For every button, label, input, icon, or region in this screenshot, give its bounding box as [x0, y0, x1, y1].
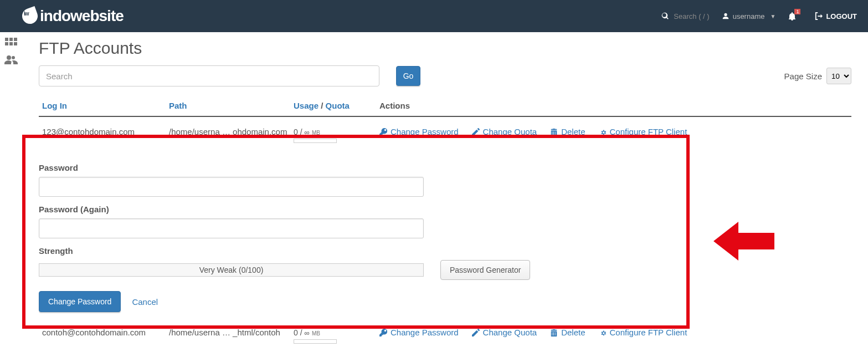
logout-icon [815, 12, 823, 20]
left-sidebar [0, 32, 22, 70]
search-input[interactable] [39, 65, 379, 86]
cell-usage: 0 / ∞ MB [294, 127, 379, 143]
logo-mark-icon [20, 6, 40, 26]
change-password-button[interactable]: Change Password [39, 291, 121, 312]
cell-login: contoh@contohdomain.com [39, 328, 169, 337]
col-quota[interactable]: Quota [326, 101, 350, 110]
col-actions: Actions [379, 101, 851, 110]
search-icon [661, 12, 669, 20]
topbar-username: username [733, 12, 765, 21]
topbar-search[interactable]: Search ( / ) [661, 12, 709, 21]
logout-label: LOGOUT [826, 12, 857, 21]
cell-login: 123@contohdomain.com [39, 127, 169, 136]
key-icon [379, 329, 387, 336]
chevron-down-icon: ▼ [770, 13, 775, 19]
change-password-link[interactable]: Change Password [379, 127, 459, 136]
ftp-accounts-table: Log In Path Usage / Quota Actions 123@co… [39, 96, 851, 362]
trash-icon [550, 128, 558, 136]
change-password-link[interactable]: Change Password [379, 328, 459, 337]
brand-logo[interactable]: indowebsite [22, 7, 124, 25]
password-again-input[interactable] [39, 218, 424, 238]
page-size-label: Page Size [784, 72, 822, 81]
pencil-icon [472, 128, 480, 136]
user-icon [722, 12, 730, 20]
cell-actions: Change Password Change Quota Delete Conf… [379, 328, 851, 337]
go-button[interactable]: Go [396, 66, 420, 86]
delete-link[interactable]: Delete [550, 328, 585, 337]
topbar-search-placeholder: Search ( / ) [674, 12, 709, 21]
toolbar: Go Page Size 10 [39, 65, 851, 86]
pencil-icon [472, 329, 480, 336]
configure-ftp-link[interactable]: Configure FTP Client [599, 328, 687, 337]
change-quota-link[interactable]: Change Quota [472, 127, 537, 136]
gear-icon [599, 329, 607, 336]
change-password-form: Password Password (Again) Strength Very … [39, 153, 851, 318]
password-label: Password [39, 163, 851, 172]
topbar: indowebsite Search ( / ) username ▼ 1 LO… [0, 0, 868, 32]
brand-text: indowebsite [40, 7, 124, 25]
notification-badge: 1 [794, 9, 800, 14]
change-quota-link[interactable]: Change Quota [472, 328, 537, 337]
sidebar-apps[interactable] [0, 32, 22, 51]
page-size: Page Size 10 [784, 68, 851, 84]
cell-actions: Change Password Change Quota Delete Conf… [379, 127, 851, 136]
delete-link[interactable]: Delete [550, 127, 585, 136]
table-row: tes@contohdomain.com /home/username 1526… [39, 354, 851, 362]
trash-icon [550, 329, 558, 336]
topbar-user[interactable]: username ▼ [722, 12, 776, 21]
usage-bar [294, 139, 337, 143]
cell-path: /home/userna … ohdomain.com [169, 127, 294, 136]
table-row: contoh@contohdomain.com /home/userna … _… [39, 318, 851, 354]
gear-icon [599, 128, 607, 136]
col-login[interactable]: Log In [39, 101, 169, 110]
people-icon [4, 54, 18, 67]
cell-usage: 0 / ∞ MB [294, 328, 379, 344]
main-content: FTP Accounts Go Page Size 10 Log In Path… [22, 32, 868, 362]
col-path[interactable]: Path [169, 101, 294, 110]
cell-path: /home/userna … _html/contoh [169, 328, 294, 337]
password-generator-button[interactable]: Password Generator [440, 260, 530, 280]
password-again-label: Password (Again) [39, 205, 851, 214]
cancel-link[interactable]: Cancel [132, 297, 158, 307]
sidebar-users[interactable] [0, 51, 22, 70]
configure-ftp-link[interactable]: Configure FTP Client [599, 127, 687, 136]
topbar-logout[interactable]: LOGOUT [815, 12, 857, 21]
topbar-notifications[interactable]: 1 [788, 12, 803, 21]
grid-icon [5, 38, 17, 45]
usage-bar [294, 339, 337, 344]
strength-label: Strength [39, 246, 851, 256]
page-title: FTP Accounts [39, 39, 851, 58]
col-usage[interactable]: Usage [294, 101, 319, 110]
table-header: Log In Path Usage / Quota Actions [39, 96, 851, 117]
page-size-select[interactable]: 10 [826, 68, 851, 84]
col-usage-quota: Usage / Quota [294, 101, 379, 110]
password-input[interactable] [39, 177, 424, 197]
table-row: 123@contohdomain.com /home/userna … ohdo… [39, 117, 851, 153]
key-icon [379, 128, 387, 136]
strength-meter: Very Weak (0/100) [39, 263, 424, 277]
